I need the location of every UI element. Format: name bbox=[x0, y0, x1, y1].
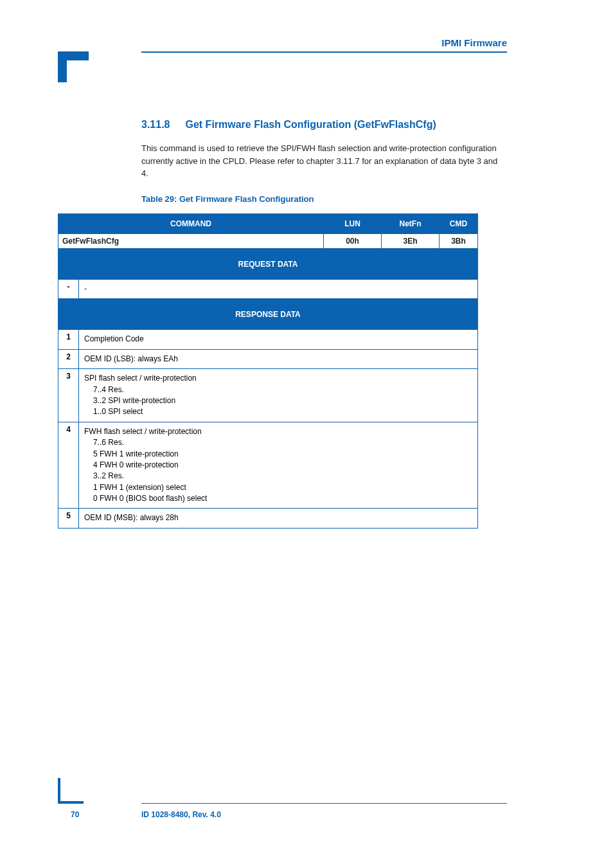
col-netfn: NetFn bbox=[382, 214, 440, 234]
resp-desc-5: OEM ID (MSB): always 28h bbox=[79, 509, 478, 528]
command-value-row: GetFwFlashCfg 00h 3Eh 3Bh bbox=[58, 234, 478, 249]
resp-desc-3: SPI flash select / write-protection 7..4… bbox=[79, 369, 478, 422]
resp-desc-4: FWH flash select / write-protection 7..6… bbox=[79, 422, 478, 509]
resp4-line3: 4 FWH 0 write-protection bbox=[93, 460, 472, 471]
col-cmd: CMD bbox=[440, 214, 478, 234]
resp-byte-1: 1 bbox=[58, 330, 79, 349]
cmd-lun: 00h bbox=[324, 234, 382, 249]
table-caption: Table 29: Get Firmware Flash Configurati… bbox=[141, 194, 501, 204]
request-data-header: REQUEST DATA bbox=[58, 249, 478, 280]
resp4-line6: 0 FWH 0 (BIOS boot flash) select bbox=[93, 493, 472, 504]
table-header-row: COMMAND LUN NetFn CMD bbox=[58, 214, 478, 234]
response-data-header: RESPONSE DATA bbox=[58, 299, 478, 330]
resp-desc-2: OEM ID (LSB): always EAh bbox=[79, 349, 478, 368]
req-byte: - bbox=[58, 280, 79, 299]
section-body: This command is used to retrieve the SPI… bbox=[141, 142, 501, 180]
header-title: IPMI Firmware bbox=[441, 37, 507, 48]
cmd-name: GetFwFlashCfg bbox=[58, 234, 324, 249]
req-desc: - bbox=[79, 280, 478, 299]
col-lun: LUN bbox=[324, 214, 382, 234]
table-row: 3 SPI flash select / write-protection 7.… bbox=[58, 369, 478, 422]
section-title: Get Firmware Flash Configuration (GetFwF… bbox=[185, 119, 436, 131]
resp-byte-5: 5 bbox=[58, 509, 79, 528]
resp4-line2: 5 FWH 1 write-protection bbox=[93, 449, 472, 460]
table-row: - - bbox=[58, 280, 478, 299]
resp4-line1: 7..6 Res. bbox=[93, 437, 472, 448]
resp4-line5: 1 FWH 1 (extension) select bbox=[93, 482, 472, 493]
corner-decoration-top bbox=[58, 51, 89, 82]
resp3-line3: 1..0 SPI select bbox=[93, 406, 472, 417]
corner-decoration-bottom bbox=[58, 778, 84, 804]
command-table: COMMAND LUN NetFn CMD GetFwFlashCfg 00h … bbox=[58, 213, 478, 529]
resp4-title: FWH flash select / write-protection bbox=[84, 426, 472, 437]
section-heading: 3.11.8 Get Firmware Flash Configuration … bbox=[141, 119, 501, 131]
cmd-cmd: 3Bh bbox=[440, 234, 478, 249]
table-row: 5 OEM ID (MSB): always 28h bbox=[58, 509, 478, 528]
col-command: COMMAND bbox=[58, 214, 324, 234]
resp4-line4: 3..2 Res. bbox=[93, 471, 472, 482]
resp-desc-1: Completion Code bbox=[79, 330, 478, 349]
resp-byte-3: 3 bbox=[58, 369, 79, 422]
page-number: 70 bbox=[71, 810, 79, 819]
footer-divider bbox=[141, 803, 507, 804]
resp3-line1: 7..4 Res. bbox=[93, 384, 472, 395]
cmd-netfn: 3Eh bbox=[382, 234, 440, 249]
table-row: 2 OEM ID (LSB): always EAh bbox=[58, 349, 478, 368]
header-divider bbox=[141, 51, 507, 53]
footer-text: ID 1028-8480, Rev. 4.0 bbox=[141, 810, 221, 819]
resp3-title: SPI flash select / write-protection bbox=[84, 373, 472, 384]
table-row: 1 Completion Code bbox=[58, 330, 478, 349]
table-row: 4 FWH flash select / write-protection 7.… bbox=[58, 422, 478, 509]
resp3-line2: 3..2 SPI write-protection bbox=[93, 395, 472, 406]
resp-byte-4: 4 bbox=[58, 422, 79, 509]
section-number: 3.11.8 bbox=[141, 119, 170, 131]
resp-byte-2: 2 bbox=[58, 349, 79, 368]
